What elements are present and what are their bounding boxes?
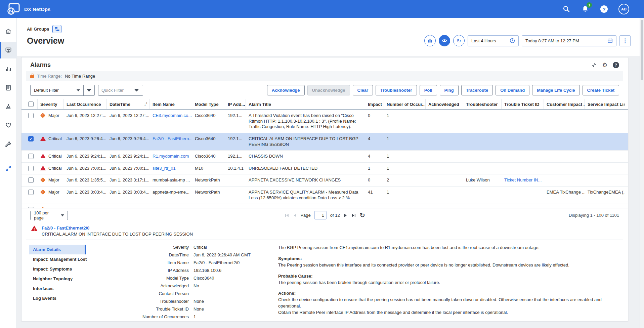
settings-gear-icon[interactable]: ⚙ — [602, 62, 607, 68]
troubleshooter-cell — [463, 163, 502, 174]
first-page-icon[interactable] — [284, 213, 289, 218]
column-header-alarm-title[interactable]: Alarm Title — [246, 99, 365, 109]
tab-impact-symptoms[interactable]: Impact: Symptoms — [29, 264, 86, 274]
item_name-value[interactable]: site3_rtr_01 — [153, 166, 176, 171]
nav-inventory-icon[interactable] — [0, 98, 17, 115]
row-checkbox[interactable] — [28, 177, 34, 183]
time-preset-select[interactable]: Last 4 Hours — [468, 35, 519, 46]
column-header-service-impact-list[interactable]: Service Impact List — [585, 99, 625, 109]
quick-filter-funnel-icon — [134, 89, 139, 91]
column-header-acknowledged[interactable]: Acknowledged — [426, 99, 463, 109]
tab-interfaces[interactable]: Interfaces — [29, 284, 86, 293]
page-number-input[interactable] — [314, 211, 327, 219]
alarm-row[interactable]: !MajorJun 6, 2023 1:35:5...Jun 1, 2023 3… — [22, 174, 628, 187]
view-eye-icon[interactable] — [439, 35, 450, 46]
action-ping-button[interactable]: Ping — [440, 85, 459, 95]
last-page-icon[interactable] — [351, 213, 356, 218]
action-on-demand-button[interactable]: On Demand — [496, 85, 529, 95]
model_type-cell: Cisco3640 — [192, 151, 225, 162]
refresh-table-icon[interactable]: ↻ — [360, 212, 365, 218]
nav-admin-tools-icon[interactable] — [0, 136, 17, 153]
top-bar: DX NetOps 1 ? AD — [0, 0, 644, 18]
column-header-troubleshooter[interactable]: Troubleshooter — [463, 99, 502, 109]
alarm-row-clipped[interactable]: ! — [22, 204, 628, 208]
column-header-number-of-occur[interactable]: Number of Occur... — [384, 99, 426, 109]
troubleshooter-cell — [463, 187, 502, 198]
trouble_ticket_id-cell — [502, 163, 544, 174]
help-icon[interactable]: ? — [600, 5, 608, 13]
action-traceroute-button[interactable]: Traceroute — [461, 85, 493, 95]
default-filter-select[interactable]: Default Filter — [30, 85, 95, 96]
column-header-select[interactable] — [26, 99, 38, 109]
column-header-last-occurrence[interactable]: Last Occurrence — [64, 99, 107, 109]
action-clear-button[interactable]: Clear — [353, 85, 373, 95]
quick-filter-box — [98, 85, 143, 96]
scrollbar-thumb[interactable] — [641, 20, 643, 80]
panel-help-icon[interactable]: ? — [613, 62, 619, 68]
advanced-filter-icon[interactable] — [84, 89, 94, 91]
alarm-row[interactable]: ✓!CriticalJun 6, 2023 9:26:4...Jun 6, 20… — [22, 133, 628, 151]
action-unacknowledge-button[interactable]: Unacknowledge — [307, 85, 350, 95]
column-header-trouble-ticket-id[interactable]: Trouble Ticket ID — [502, 99, 544, 109]
vertical-scrollbar[interactable] — [640, 18, 644, 328]
date-range-picker[interactable]: Today 8:27 AM to 12:27 PM — [522, 35, 616, 46]
last_occurrence-value: Jun 6, 2023 7:00:1... — [67, 166, 106, 171]
column-header-customer-impact[interactable]: Customer Impact ... — [544, 99, 585, 109]
quick-filter-input[interactable] — [101, 88, 132, 93]
tab-log-events[interactable]: Log Events — [29, 293, 86, 303]
per-page-value: 100 per page — [31, 210, 61, 220]
nav-expand-icon[interactable] — [0, 160, 17, 177]
column-header-date-time[interactable]: Date/Time↓1 — [107, 99, 150, 109]
nav-reports-icon[interactable] — [0, 79, 17, 96]
impact-value: 0 — [368, 177, 370, 182]
select-all-checkbox[interactable] — [28, 101, 34, 107]
previous-page-icon[interactable] — [293, 213, 297, 218]
action-poll-button[interactable]: Poll — [420, 85, 437, 95]
per-page-select[interactable]: 100 per page — [30, 211, 68, 220]
alarm-row[interactable]: !MajorJun 1, 2023 3:03:4...Jun 1, 2023 3… — [22, 187, 628, 204]
item_name-value[interactable]: CE3.mydomain.co... — [153, 113, 192, 118]
layout-columns-icon[interactable] — [424, 35, 436, 46]
nav-alarms-icon[interactable] — [0, 42, 17, 58]
group-hierarchy-icon[interactable] — [52, 25, 61, 33]
column-header-ip-add[interactable]: IP Add... — [225, 99, 246, 109]
auto-refresh-icon[interactable]: ↻ — [453, 35, 465, 46]
tab-alarm-details[interactable]: Alarm Details — [29, 245, 86, 254]
field-value[interactable]: Fa2/0 - FastEthernet2/0 — [194, 260, 240, 265]
more-options-kebab-icon[interactable]: ⋮ — [619, 35, 631, 46]
row-checkbox[interactable] — [28, 166, 34, 171]
nav-home-icon[interactable] — [0, 23, 17, 40]
column-header-item-name[interactable]: Item Name — [150, 99, 192, 109]
model_type-value: M10 — [195, 166, 203, 171]
detail-item-link[interactable]: Fa2/0 - FastEthernet2/0 — [42, 226, 193, 231]
next-page-icon[interactable] — [344, 213, 348, 218]
nav-dashboards-icon[interactable] — [0, 60, 17, 77]
search-icon[interactable] — [562, 5, 571, 13]
action-acknowledge-button[interactable]: Acknowledge — [267, 85, 305, 95]
row-checkbox[interactable] — [28, 190, 34, 195]
column-header-severity[interactable]: Severity — [38, 99, 64, 109]
column-header-impact[interactable]: Impact — [365, 99, 384, 109]
page-label: Page — [300, 213, 310, 218]
alarm-row[interactable]: !CriticalJun 6, 2023 9:24:1...Jun 6, 202… — [22, 151, 628, 163]
alarm_title-cell: CHASSIS DOWN — [246, 151, 365, 162]
trouble_ticket_id-value[interactable]: Ticket Number IN... — [504, 177, 542, 182]
severity-cell: !Critical — [38, 163, 64, 174]
action-manage-life-cycle-button[interactable]: Manage Life Cycle — [532, 85, 579, 95]
item_name-value[interactable]: Fa2/0 - FastEthern... — [153, 136, 192, 141]
tab-neighbor-topology[interactable]: Neighbor Topology — [29, 274, 86, 284]
action-create-ticket-button[interactable]: Create Ticket — [583, 85, 619, 95]
alarm-row[interactable]: !CriticalJun 6, 2023 7:00:1...Jun 6, 202… — [22, 163, 628, 175]
alarm-row[interactable]: !MajorJun 6, 2023 12:27:...Jun 6, 2023 1… — [22, 110, 628, 133]
column-header-model-type[interactable]: Model Type — [192, 99, 225, 109]
user-avatar[interactable]: AD — [618, 4, 629, 14]
item_name-value[interactable]: R1.mydomain.com — [153, 154, 189, 159]
tab-impact-management-lost[interactable]: Impact: Management Lost — [29, 254, 86, 264]
row-checkbox[interactable]: ✓ — [28, 136, 34, 141]
nav-health-icon[interactable] — [0, 117, 17, 134]
row-checkbox[interactable] — [28, 113, 34, 118]
row-checkbox[interactable] — [28, 154, 34, 159]
action-troubleshooter-button[interactable]: Troubleshooter — [376, 85, 417, 95]
notifications-bell-icon[interactable]: 1 — [581, 5, 590, 13]
restore-panel-icon[interactable] — [591, 62, 597, 68]
